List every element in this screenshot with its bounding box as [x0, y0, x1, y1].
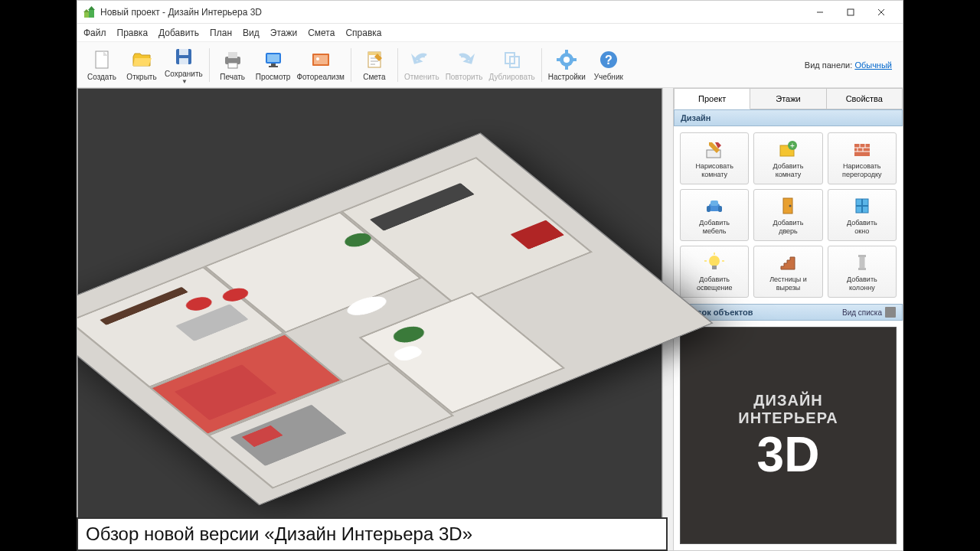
menu-help[interactable]: Справка — [345, 28, 381, 38]
help-icon: ? — [597, 48, 620, 71]
titlebar: Новый проект - Дизайн Интерьера 3D — [77, 1, 903, 24]
separator — [541, 48, 542, 82]
add-window-button[interactable]: Добавитьокно — [828, 189, 897, 241]
svg-rect-0 — [84, 12, 89, 18]
side-tabs: Проект Этажи Свойства — [674, 88, 903, 109]
separator — [209, 48, 210, 82]
new-file-icon — [90, 48, 113, 71]
svg-rect-33 — [565, 66, 568, 70]
close-button[interactable] — [866, 2, 897, 23]
duplicate-icon — [501, 48, 524, 71]
window-icon — [851, 195, 873, 217]
svg-rect-32 — [565, 50, 568, 54]
notepad-icon — [363, 48, 386, 71]
stairs-cutouts-button[interactable]: Лестницы ивырезы — [753, 246, 822, 298]
render-icon — [309, 48, 332, 71]
create-button[interactable]: Создать — [82, 44, 122, 86]
redo-button[interactable]: Повторить — [443, 44, 486, 86]
svg-rect-42 — [854, 144, 870, 156]
duplicate-button[interactable]: Дублировать — [485, 44, 537, 86]
svg-text:+: + — [791, 142, 795, 150]
menu-add[interactable]: Добавить — [158, 28, 199, 38]
svg-rect-15 — [228, 63, 237, 68]
svg-text:?: ? — [605, 54, 612, 67]
svg-rect-35 — [573, 58, 577, 61]
window-title: Новый проект - Дизайн Интерьера 3D — [100, 7, 805, 18]
list-view-icon[interactable] — [885, 307, 896, 318]
panel-mode-link[interactable]: Обычный — [854, 60, 892, 70]
toolbar: Создать Открыть Сохранить ▼ Печать Просм… — [77, 42, 903, 88]
svg-rect-51 — [718, 206, 722, 212]
tab-properties[interactable]: Свойства — [827, 88, 903, 109]
svg-rect-52 — [710, 201, 718, 206]
svg-rect-18 — [271, 64, 276, 66]
save-button[interactable]: Сохранить ▼ — [162, 44, 206, 86]
svg-rect-34 — [557, 58, 560, 61]
add-lighting-button[interactable]: Добавитьосвещение — [680, 246, 749, 298]
design-tools-grid: Нарисоватькомнату + Добавитькомнату Нари… — [674, 126, 903, 304]
object-list-header: Список объектов Вид списка — [674, 304, 903, 321]
estimate-button[interactable]: Смета — [354, 44, 394, 86]
svg-rect-21 — [314, 55, 328, 64]
print-button[interactable]: Печать — [213, 44, 253, 86]
menu-view[interactable]: Вид — [243, 28, 260, 38]
workspace: Проект Этажи Свойства Дизайн Нарисоватьк… — [77, 88, 903, 550]
svg-rect-50 — [707, 206, 710, 212]
svg-rect-11 — [179, 49, 188, 55]
add-furniture-button[interactable]: Добавитьмебель — [680, 189, 749, 241]
save-icon — [172, 45, 195, 68]
draw-room-button[interactable]: Нарисоватькомнату — [680, 132, 749, 184]
draw-partition-button[interactable]: Нарисоватьперегородку — [828, 132, 897, 184]
svg-rect-24 — [368, 52, 381, 55]
redo-icon — [452, 48, 475, 71]
undo-icon — [410, 48, 433, 71]
minimize-button[interactable] — [805, 2, 835, 23]
gear-icon — [555, 48, 578, 71]
svg-point-31 — [564, 57, 570, 63]
tab-project[interactable]: Проект — [674, 88, 750, 109]
add-room-button[interactable]: + Добавитькомнату — [753, 132, 822, 184]
menu-floors[interactable]: Этажи — [270, 28, 297, 38]
undo-button[interactable]: Отменить — [401, 44, 443, 86]
separator — [397, 48, 398, 82]
chevron-down-icon[interactable]: ▼ — [181, 78, 188, 85]
menubar: Файл Правка Добавить План Вид Этажи Смет… — [77, 24, 903, 42]
printer-icon — [221, 48, 244, 71]
menu-edit[interactable]: Правка — [117, 28, 149, 38]
svg-rect-1 — [89, 9, 94, 18]
design-section-header: Дизайн — [674, 109, 903, 126]
app-icon — [83, 6, 96, 18]
open-button[interactable]: Открыть — [122, 44, 162, 86]
svg-point-58 — [709, 256, 720, 266]
column-icon — [851, 252, 873, 273]
svg-rect-63 — [858, 255, 866, 257]
tutorial-button[interactable]: ? Учебник — [589, 44, 629, 86]
stairs-icon — [777, 252, 799, 273]
svg-rect-19 — [269, 66, 278, 67]
menu-plan[interactable]: План — [210, 28, 232, 38]
svg-rect-68 — [858, 268, 866, 270]
room-plus-icon: + — [777, 139, 799, 160]
svg-rect-59 — [712, 266, 717, 269]
door-icon — [777, 195, 799, 217]
settings-button[interactable]: Настройки — [545, 44, 589, 86]
add-door-button[interactable]: Добавитьдверь — [753, 189, 822, 241]
svg-point-22 — [316, 57, 319, 60]
svg-rect-5 — [848, 9, 854, 15]
svg-point-54 — [789, 204, 792, 207]
menu-file[interactable]: Файл — [83, 28, 106, 38]
add-column-button[interactable]: Добавитьколонну — [828, 246, 897, 298]
lightbulb-icon — [704, 252, 725, 273]
view-list-link[interactable]: Вид списка — [842, 308, 882, 317]
preview-button[interactable]: Просмотр — [253, 44, 294, 86]
maximize-button[interactable] — [835, 2, 866, 23]
tab-floors[interactable]: Этажи — [750, 88, 826, 109]
3d-viewport[interactable] — [77, 88, 662, 550]
svg-rect-14 — [228, 52, 237, 58]
menu-estimate[interactable]: Смета — [308, 28, 335, 38]
svg-marker-3 — [88, 6, 95, 10]
armchair-icon — [704, 195, 725, 217]
panel-mode-selector: Вид панели: Обычный — [805, 60, 898, 70]
svg-rect-12 — [179, 58, 188, 64]
photorealism-button[interactable]: Фотореализм — [293, 44, 348, 86]
